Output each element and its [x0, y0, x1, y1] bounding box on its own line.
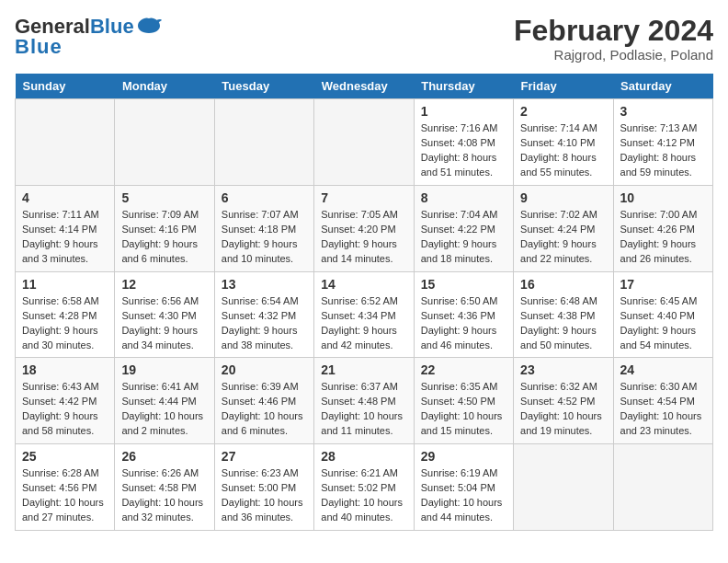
day-number: 26 — [121, 449, 207, 464]
day-info: Sunrise: 6:48 AMSunset: 4:38 PMDaylight:… — [520, 294, 606, 353]
header-thursday: Thursday — [414, 74, 513, 99]
day-number: 29 — [421, 449, 506, 464]
table-row: 15Sunrise: 6:50 AMSunset: 4:36 PMDayligh… — [414, 271, 513, 358]
day-number: 8 — [421, 190, 506, 205]
day-number: 14 — [321, 277, 406, 292]
day-info: Sunrise: 7:09 AMSunset: 4:16 PMDaylight:… — [121, 208, 207, 267]
table-row: 10Sunrise: 7:00 AMSunset: 4:26 PMDayligh… — [613, 185, 712, 271]
day-info: Sunrise: 6:19 AMSunset: 5:04 PMDaylight:… — [421, 466, 506, 525]
day-info: Sunrise: 7:07 AMSunset: 4:18 PMDaylight:… — [222, 208, 307, 267]
day-number: 2 — [520, 104, 606, 119]
day-number: 9 — [520, 190, 606, 205]
day-number: 18 — [22, 362, 108, 377]
page-header: GeneralBlue Blue February 2024 Rajgrod, … — [15, 15, 713, 63]
day-info: Sunrise: 6:58 AMSunset: 4:28 PMDaylight:… — [22, 294, 108, 353]
table-row: 19Sunrise: 6:41 AMSunset: 4:44 PMDayligh… — [115, 358, 214, 444]
day-number: 11 — [22, 277, 108, 292]
table-row: 20Sunrise: 6:39 AMSunset: 4:46 PMDayligh… — [214, 358, 313, 444]
day-info: Sunrise: 6:52 AMSunset: 4:34 PMDaylight:… — [321, 294, 406, 353]
page-subtitle: Rajgrod, Podlasie, Poland — [514, 47, 713, 63]
table-row: 11Sunrise: 6:58 AMSunset: 4:28 PMDayligh… — [16, 271, 115, 358]
table-row: 23Sunrise: 6:32 AMSunset: 4:52 PMDayligh… — [514, 358, 613, 444]
table-row: 26Sunrise: 6:26 AMSunset: 4:58 PMDayligh… — [115, 444, 214, 531]
table-row: 27Sunrise: 6:23 AMSunset: 5:00 PMDayligh… — [214, 444, 313, 531]
table-row — [115, 99, 214, 186]
table-row: 9Sunrise: 7:02 AMSunset: 4:24 PMDaylight… — [514, 185, 613, 271]
table-row: 24Sunrise: 6:30 AMSunset: 4:54 PMDayligh… — [613, 358, 712, 444]
day-number: 20 — [222, 362, 307, 377]
day-number: 28 — [321, 449, 406, 464]
day-info: Sunrise: 6:45 AMSunset: 4:40 PMDaylight:… — [620, 294, 706, 353]
day-number: 7 — [321, 190, 406, 205]
day-number: 4 — [22, 190, 108, 205]
day-number: 15 — [421, 277, 506, 292]
day-info: Sunrise: 7:11 AMSunset: 4:14 PMDaylight:… — [22, 208, 108, 267]
weekday-header-row: Sunday Monday Tuesday Wednesday Thursday… — [16, 74, 713, 99]
day-number: 16 — [520, 277, 606, 292]
day-info: Sunrise: 7:16 AMSunset: 4:08 PMDaylight:… — [421, 121, 506, 180]
day-info: Sunrise: 6:26 AMSunset: 4:58 PMDaylight:… — [121, 466, 207, 525]
table-row: 6Sunrise: 7:07 AMSunset: 4:18 PMDaylight… — [214, 185, 313, 271]
day-info: Sunrise: 6:43 AMSunset: 4:42 PMDaylight:… — [22, 380, 108, 439]
day-info: Sunrise: 7:14 AMSunset: 4:10 PMDaylight:… — [520, 121, 606, 180]
calendar-week-row: 1Sunrise: 7:16 AMSunset: 4:08 PMDaylight… — [16, 99, 713, 186]
day-number: 1 — [421, 104, 506, 119]
day-info: Sunrise: 6:54 AMSunset: 4:32 PMDaylight:… — [222, 294, 307, 353]
day-number: 19 — [121, 362, 207, 377]
calendar-week-row: 25Sunrise: 6:28 AMSunset: 4:56 PMDayligh… — [16, 444, 713, 531]
table-row: 22Sunrise: 6:35 AMSunset: 4:50 PMDayligh… — [414, 358, 513, 444]
table-row: 5Sunrise: 7:09 AMSunset: 4:16 PMDaylight… — [115, 185, 214, 271]
day-number: 6 — [222, 190, 307, 205]
day-info: Sunrise: 6:56 AMSunset: 4:30 PMDaylight:… — [121, 294, 207, 353]
table-row: 8Sunrise: 7:04 AMSunset: 4:22 PMDaylight… — [414, 185, 513, 271]
table-row: 16Sunrise: 6:48 AMSunset: 4:38 PMDayligh… — [514, 271, 613, 358]
logo-underline-text: Blue — [15, 35, 63, 59]
header-friday: Friday — [514, 74, 613, 99]
day-info: Sunrise: 6:39 AMSunset: 4:46 PMDaylight:… — [222, 380, 307, 439]
table-row — [314, 99, 414, 186]
day-number: 10 — [620, 190, 706, 205]
day-number: 27 — [222, 449, 307, 464]
day-number: 23 — [520, 362, 606, 377]
table-row: 1Sunrise: 7:16 AMSunset: 4:08 PMDaylight… — [414, 99, 513, 186]
day-number: 22 — [421, 362, 506, 377]
header-saturday: Saturday — [613, 74, 712, 99]
table-row: 29Sunrise: 6:19 AMSunset: 5:04 PMDayligh… — [414, 444, 513, 531]
day-info: Sunrise: 7:05 AMSunset: 4:20 PMDaylight:… — [321, 208, 406, 267]
table-row: 28Sunrise: 6:21 AMSunset: 5:02 PMDayligh… — [314, 444, 414, 531]
table-row — [613, 444, 712, 531]
calendar-week-row: 4Sunrise: 7:11 AMSunset: 4:14 PMDaylight… — [16, 185, 713, 271]
table-row: 25Sunrise: 6:28 AMSunset: 4:56 PMDayligh… — [16, 444, 115, 531]
table-row: 17Sunrise: 6:45 AMSunset: 4:40 PMDayligh… — [613, 271, 712, 358]
day-number: 5 — [121, 190, 207, 205]
logo-bird-icon — [136, 17, 162, 37]
table-row: 7Sunrise: 7:05 AMSunset: 4:20 PMDaylight… — [314, 185, 414, 271]
day-number: 13 — [222, 277, 307, 292]
table-row: 13Sunrise: 6:54 AMSunset: 4:32 PMDayligh… — [214, 271, 313, 358]
table-row — [16, 99, 115, 186]
table-row: 4Sunrise: 7:11 AMSunset: 4:14 PMDaylight… — [16, 185, 115, 271]
day-info: Sunrise: 6:23 AMSunset: 5:00 PMDaylight:… — [222, 466, 307, 525]
logo-blue: Blue — [90, 15, 134, 38]
header-tuesday: Tuesday — [214, 74, 313, 99]
calendar-week-row: 18Sunrise: 6:43 AMSunset: 4:42 PMDayligh… — [16, 358, 713, 444]
day-info: Sunrise: 7:00 AMSunset: 4:26 PMDaylight:… — [620, 208, 706, 267]
table-row: 3Sunrise: 7:13 AMSunset: 4:12 PMDaylight… — [613, 99, 712, 186]
table-row: 14Sunrise: 6:52 AMSunset: 4:34 PMDayligh… — [314, 271, 414, 358]
table-row: 18Sunrise: 6:43 AMSunset: 4:42 PMDayligh… — [16, 358, 115, 444]
header-monday: Monday — [115, 74, 214, 99]
day-number: 21 — [321, 362, 406, 377]
day-info: Sunrise: 6:32 AMSunset: 4:52 PMDaylight:… — [520, 380, 606, 439]
day-info: Sunrise: 6:35 AMSunset: 4:50 PMDaylight:… — [421, 380, 506, 439]
day-number: 24 — [620, 362, 706, 377]
calendar-table: Sunday Monday Tuesday Wednesday Thursday… — [15, 74, 713, 531]
header-sunday: Sunday — [16, 74, 115, 99]
table-row: 2Sunrise: 7:14 AMSunset: 4:10 PMDaylight… — [514, 99, 613, 186]
day-info: Sunrise: 6:37 AMSunset: 4:48 PMDaylight:… — [321, 380, 406, 439]
day-info: Sunrise: 6:41 AMSunset: 4:44 PMDaylight:… — [121, 380, 207, 439]
day-number: 3 — [620, 104, 706, 119]
title-area: February 2024 Rajgrod, Podlasie, Poland — [514, 15, 713, 63]
logo: GeneralBlue Blue — [15, 15, 162, 59]
day-info: Sunrise: 6:28 AMSunset: 4:56 PMDaylight:… — [22, 466, 108, 525]
table-row — [514, 444, 613, 531]
